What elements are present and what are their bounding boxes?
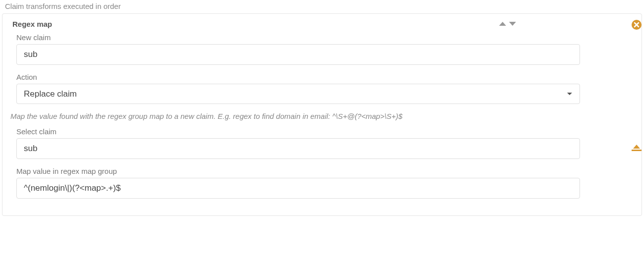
reorder-controls	[499, 21, 516, 27]
collapse-icon[interactable]	[632, 145, 642, 151]
map-value-input[interactable]	[16, 178, 580, 199]
map-value-label: Map value in regex map group	[16, 167, 580, 175]
form-content: New claim Action Replace claim Map the v…	[9, 33, 635, 199]
action-group: Action Replace claim	[9, 73, 580, 104]
move-up-icon[interactable]	[499, 21, 507, 27]
action-label: Action	[16, 73, 580, 81]
select-claim-label: Select claim	[16, 127, 580, 136]
select-claim-group: Select claim	[9, 127, 580, 159]
action-select[interactable]: Replace claim	[16, 84, 580, 104]
close-icon[interactable]	[632, 20, 642, 30]
help-text: Map the value found with the regex group…	[10, 112, 580, 120]
new-claim-label: New claim	[16, 33, 580, 42]
select-claim-input[interactable]	[16, 138, 580, 159]
move-down-icon[interactable]	[509, 21, 516, 27]
section-label: Claim transforms executed in order	[2, 2, 642, 10]
new-claim-group: New claim	[9, 33, 580, 65]
map-value-group: Map value in regex map group	[9, 167, 580, 199]
regex-map-panel: Regex map New claim Action Replace cla	[2, 13, 642, 216]
new-claim-input[interactable]	[16, 44, 580, 65]
panel-title: Regex map	[9, 20, 52, 28]
panel-header: Regex map	[9, 20, 635, 28]
